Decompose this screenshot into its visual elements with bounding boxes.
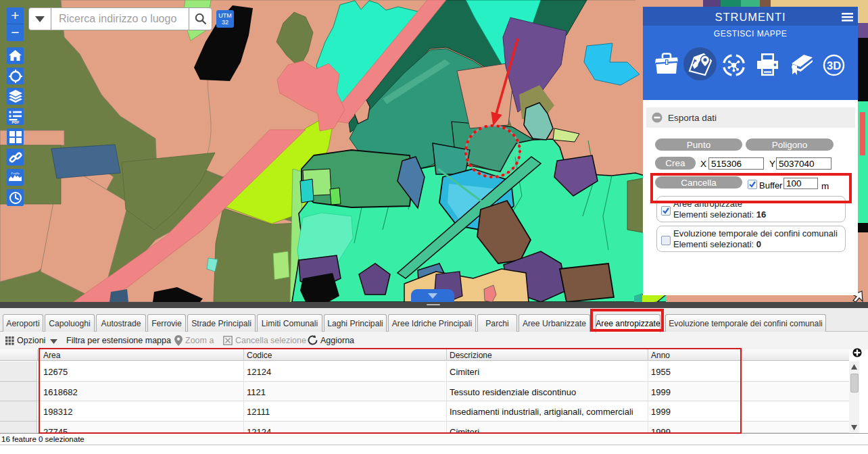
svg-text:PDF: PDF xyxy=(11,120,20,124)
svg-text:Profile: Profile xyxy=(10,172,19,175)
svg-text:3D: 3D xyxy=(827,59,841,72)
